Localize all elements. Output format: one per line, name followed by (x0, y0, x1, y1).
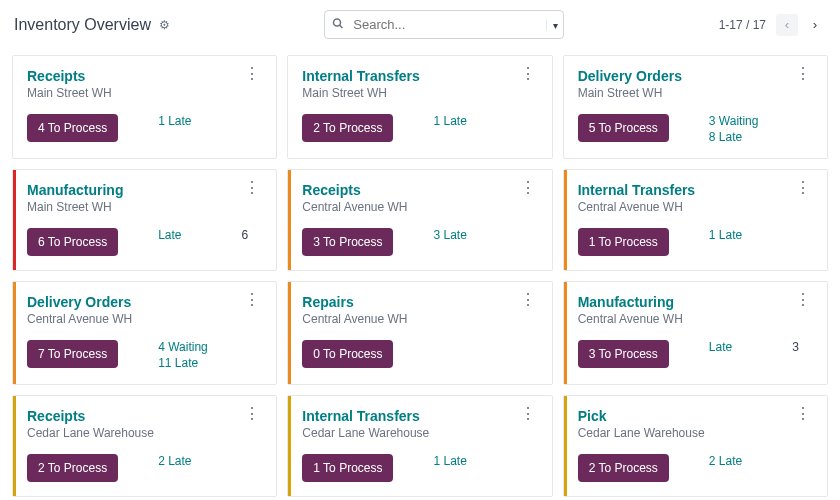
to-process-button[interactable]: 0 To Process (302, 340, 393, 368)
page-title: Inventory Overview (14, 16, 151, 34)
pager-prev-button[interactable]: ‹ (776, 14, 798, 36)
stat-link[interactable]: Late (709, 340, 732, 354)
card-title[interactable]: Manufacturing (578, 294, 683, 310)
kebab-icon[interactable]: ⋮ (518, 294, 538, 306)
operation-card: Internal TransfersCentral Avenue WH⋮1 To… (563, 169, 828, 271)
stat-link[interactable]: 1 Late (433, 114, 466, 128)
stat-number: 3 (792, 340, 799, 354)
kebab-icon[interactable]: ⋮ (518, 408, 538, 420)
stat-link[interactable]: 11 Late (158, 356, 208, 370)
stat-link[interactable]: 1 Late (709, 228, 742, 242)
svg-line-1 (340, 25, 343, 28)
operation-card: Delivery OrdersMain Street WH⋮5 To Proce… (563, 55, 828, 159)
operation-card: ManufacturingCentral Avenue WH⋮3 To Proc… (563, 281, 828, 385)
operation-card: ReceiptsMain Street WH⋮4 To Process1 Lat… (12, 55, 277, 159)
card-subtitle: Central Avenue WH (578, 312, 683, 326)
card-subtitle: Cedar Lane Warehouse (27, 426, 154, 440)
operation-card: RepairsCentral Avenue WH⋮0 To Process (287, 281, 552, 385)
card-subtitle: Central Avenue WH (302, 200, 407, 214)
search-input[interactable] (324, 10, 564, 39)
card-subtitle: Central Avenue WH (302, 312, 407, 326)
to-process-button[interactable]: 2 To Process (578, 454, 669, 482)
card-title[interactable]: Internal Transfers (302, 408, 429, 424)
stat-link[interactable]: 4 Waiting (158, 340, 208, 354)
to-process-button[interactable]: 3 To Process (302, 228, 393, 256)
operation-card: Delivery OrdersCentral Avenue WH⋮7 To Pr… (12, 281, 277, 385)
card-title[interactable]: Receipts (27, 408, 154, 424)
kebab-icon[interactable]: ⋮ (242, 68, 262, 80)
operation-card: ManufacturingMain Street WH⋮6 To Process… (12, 169, 277, 271)
card-title[interactable]: Pick (578, 408, 705, 424)
operation-card: PickCedar Lane Warehouse⋮2 To Process2 L… (563, 395, 828, 497)
kebab-icon[interactable]: ⋮ (242, 182, 262, 194)
card-subtitle: Main Street WH (27, 200, 123, 214)
to-process-button[interactable]: 7 To Process (27, 340, 118, 368)
kebab-icon[interactable]: ⋮ (242, 294, 262, 306)
kebab-icon[interactable]: ⋮ (518, 68, 538, 80)
card-title[interactable]: Manufacturing (27, 182, 123, 198)
stat-link[interactable]: Late (158, 228, 181, 242)
svg-point-0 (334, 19, 341, 26)
search-icon (332, 17, 344, 32)
pager-next-button[interactable]: › (804, 14, 826, 36)
operation-card: Internal TransfersCedar Lane Warehouse⋮1… (287, 395, 552, 497)
kebab-icon[interactable]: ⋮ (793, 68, 813, 80)
card-title[interactable]: Receipts (302, 182, 407, 198)
stat-link[interactable]: 3 Late (433, 228, 466, 242)
card-title[interactable]: Delivery Orders (27, 294, 132, 310)
card-title[interactable]: Internal Transfers (578, 182, 696, 198)
kebab-icon[interactable]: ⋮ (793, 182, 813, 194)
kebab-icon[interactable]: ⋮ (518, 182, 538, 194)
stat-link[interactable]: 3 Waiting (709, 114, 759, 128)
card-subtitle: Main Street WH (302, 86, 420, 100)
operation-card: ReceiptsCentral Avenue WH⋮3 To Process3 … (287, 169, 552, 271)
to-process-button[interactable]: 3 To Process (578, 340, 669, 368)
pager: 1-17 / 17 ‹ › (719, 14, 826, 36)
operation-card: Internal TransfersMain Street WH⋮2 To Pr… (287, 55, 552, 159)
card-subtitle: Central Avenue WH (578, 200, 696, 214)
card-subtitle: Main Street WH (27, 86, 112, 100)
stat-link[interactable]: 2 Late (158, 454, 191, 468)
search-container: ▾ (324, 10, 564, 39)
card-subtitle: Main Street WH (578, 86, 682, 100)
kebab-icon[interactable]: ⋮ (793, 408, 813, 420)
card-title[interactable]: Receipts (27, 68, 112, 84)
card-subtitle: Cedar Lane Warehouse (302, 426, 429, 440)
to-process-button[interactable]: 2 To Process (27, 454, 118, 482)
stat-number: 6 (242, 228, 249, 242)
to-process-button[interactable]: 2 To Process (302, 114, 393, 142)
stat-link[interactable]: 2 Late (709, 454, 742, 468)
kebab-icon[interactable]: ⋮ (793, 294, 813, 306)
operation-card: ReceiptsCedar Lane Warehouse⋮2 To Proces… (12, 395, 277, 497)
to-process-button[interactable]: 1 To Process (302, 454, 393, 482)
pager-count: 1-17 / 17 (719, 18, 766, 32)
to-process-button[interactable]: 5 To Process (578, 114, 669, 142)
card-title[interactable]: Delivery Orders (578, 68, 682, 84)
stat-link[interactable]: 1 Late (433, 454, 466, 468)
chevron-down-icon[interactable]: ▾ (546, 19, 558, 30)
to-process-button[interactable]: 1 To Process (578, 228, 669, 256)
card-subtitle: Central Avenue WH (27, 312, 132, 326)
kebab-icon[interactable]: ⋮ (242, 408, 262, 420)
to-process-button[interactable]: 4 To Process (27, 114, 118, 142)
gear-icon[interactable]: ⚙ (159, 18, 170, 32)
stat-link[interactable]: 1 Late (158, 114, 191, 128)
stat-link[interactable]: 8 Late (709, 130, 759, 144)
card-title[interactable]: Internal Transfers (302, 68, 420, 84)
to-process-button[interactable]: 6 To Process (27, 228, 118, 256)
card-subtitle: Cedar Lane Warehouse (578, 426, 705, 440)
card-title[interactable]: Repairs (302, 294, 407, 310)
